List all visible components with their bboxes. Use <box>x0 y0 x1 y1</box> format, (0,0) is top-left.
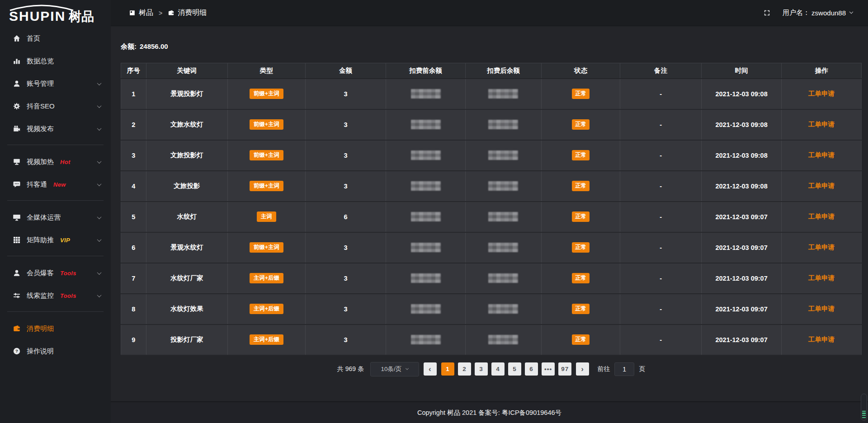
work-order-apply-link[interactable]: 工单申请 <box>808 244 835 251</box>
table-row-2: 2 文旅水纹灯 前缀+主词 3 正常 - 2021-12-03 09:08 工单… <box>121 109 862 140</box>
page-list: 123456•••97 <box>441 362 571 376</box>
balance-after-redacted <box>488 120 518 129</box>
amount: 3 <box>344 90 348 98</box>
balance-before-redacted <box>411 304 441 314</box>
floating-widget[interactable] <box>861 394 867 421</box>
sidebar-group-tools: 会员爆客 Tools 线索监控 Tools <box>0 261 111 307</box>
fullscreen-icon[interactable] <box>763 9 771 17</box>
work-order-apply-link[interactable]: 工单申请 <box>808 213 835 220</box>
balance-after-redacted <box>488 150 518 160</box>
table-row-6: 6 景观水纹灯 前缀+主词 3 正常 - 2021-12-03 09:07 工单… <box>121 232 862 263</box>
work-order-apply-link[interactable]: 工单申请 <box>808 121 835 128</box>
sidebar-item-label: 视频发布 <box>27 125 54 133</box>
balance-label: 余额: <box>121 42 137 50</box>
remark: - <box>660 90 662 98</box>
work-order-apply-link[interactable]: 工单申请 <box>808 182 835 189</box>
video-icon <box>13 125 21 133</box>
page-button-6[interactable]: 6 <box>525 362 538 376</box>
sidebar-item-help[interactable]: 操作说明 <box>0 340 111 362</box>
chevron-down-icon <box>97 215 102 219</box>
balance-before-redacted <box>411 273 441 283</box>
balance-after-redacted <box>488 304 518 314</box>
breadcrumb-current-label: 消费明细 <box>178 8 207 18</box>
amount: 3 <box>344 183 348 190</box>
sidebar-item-matrix-boost[interactable]: 矩阵助推 VIP <box>0 229 111 251</box>
page-button-2[interactable]: 2 <box>458 362 471 376</box>
remark: - <box>660 121 662 128</box>
topbar-right: 用户名： zswodun88 <box>763 9 854 17</box>
page-button-more[interactable]: ••• <box>542 362 555 376</box>
balance-after-redacted <box>488 273 518 283</box>
main-area: 树品 > 消费明细 用户名： zswodun88 余额:24856.00 <box>111 0 868 423</box>
balance-after-redacted <box>488 243 518 252</box>
goto-unit: 页 <box>639 365 645 373</box>
chevron-down-icon <box>97 103 102 108</box>
heat-icon <box>13 158 21 166</box>
table-header-row: 序号关键词类型金额扣费前余额扣费后余额状态备注时间操作 <box>121 63 862 79</box>
sidebar-item-douketong[interactable]: 抖客通 New <box>0 173 111 196</box>
sidebar-item-label: 全媒体运营 <box>27 213 61 222</box>
work-order-apply-link[interactable]: 工单申请 <box>808 90 835 97</box>
balance-before-redacted <box>411 181 441 191</box>
copyright-text: Copyright 树品 2021 备案号: 粤ICP备09019646号 <box>417 409 561 417</box>
type-badge: 前缀+主词 <box>250 119 283 130</box>
sidebar-item-home[interactable]: 首页 <box>0 27 111 50</box>
status-badge: 正常 <box>572 242 590 253</box>
chevron-down-icon <box>97 182 102 186</box>
time: 2021-12-03 09:07 <box>715 306 767 313</box>
grid-icon <box>13 236 21 244</box>
work-order-apply-link[interactable]: 工单申请 <box>808 151 835 159</box>
status-badge: 正常 <box>572 181 590 191</box>
page-button-4[interactable]: 4 <box>491 362 505 376</box>
sidebar-item-data-overview[interactable]: 数据总览 <box>0 50 111 72</box>
type-badge: 主词+后缀 <box>250 334 283 345</box>
page-button-1[interactable]: 1 <box>441 362 454 376</box>
prev-page-button[interactable]: ‹ <box>424 362 437 376</box>
column-header: 时间 <box>702 63 782 79</box>
sidebar-item-consumption-detail[interactable]: 消费明细 <box>0 317 111 340</box>
goto-page-input[interactable] <box>614 362 634 376</box>
chat-icon <box>13 180 21 188</box>
amount: 3 <box>344 336 348 343</box>
page-size-select[interactable]: 10条/页 <box>370 362 419 376</box>
table-row-3: 3 文旅投影灯 前缀+主词 3 正常 - 2021-12-03 09:08 工单… <box>121 140 862 171</box>
sidebar-item-account-manage[interactable]: 账号管理 <box>0 72 111 95</box>
sidebar-item-video-heat[interactable]: 视频加热 Hot <box>0 150 111 173</box>
content: 余额:24856.00 序号关键词类型金额扣费前余额扣费后余额状态备注时间操作 <box>111 26 868 401</box>
chevron-down-icon <box>849 9 853 13</box>
row-index: 7 <box>132 275 135 282</box>
work-order-apply-link[interactable]: 工单申请 <box>808 305 835 312</box>
keyword: 文旅水纹灯 <box>170 121 203 128</box>
table-row-7: 7 水纹灯厂家 主词+后缀 3 正常 - 2021-12-03 09:07 工单… <box>121 263 862 294</box>
row-index: 4 <box>132 183 135 190</box>
breadcrumb-home[interactable]: 树品 <box>129 8 153 18</box>
work-order-apply-link[interactable]: 工单申请 <box>808 336 835 343</box>
sidebar-item-clue-monitor[interactable]: 线索监控 Tools <box>0 284 111 307</box>
column-header: 扣费后余额 <box>465 63 542 79</box>
time: 2021-12-03 09:08 <box>715 183 767 190</box>
keyword: 投影灯厂家 <box>170 336 203 343</box>
page-button-5[interactable]: 5 <box>508 362 521 376</box>
keyword: 景观水纹灯 <box>170 244 203 251</box>
type-badge: 前缀+主词 <box>250 242 283 253</box>
sidebar-item-member-burst[interactable]: 会员爆客 Tools <box>0 262 111 284</box>
page-button-97[interactable]: 97 <box>558 362 571 376</box>
page-button-3[interactable]: 3 <box>475 362 488 376</box>
sidebar-item-douyin-seo[interactable]: 抖音SEO <box>0 95 111 118</box>
column-header: 操作 <box>782 63 862 79</box>
user-menu[interactable]: 用户名： zswodun88 <box>783 9 854 17</box>
logo-arc <box>7 2 76 11</box>
work-order-apply-link[interactable]: 工单申请 <box>808 274 835 282</box>
monitor-icon <box>13 213 21 221</box>
sidebar-item-video-publish[interactable]: 视频发布 <box>0 118 111 140</box>
sidebar-item-media-operation[interactable]: 全媒体运营 <box>0 206 111 229</box>
sidebar-item-label: 操作说明 <box>27 347 54 356</box>
sidebar: SHUPIN 树品 首页 数据总览 <box>0 0 111 423</box>
column-header: 状态 <box>542 63 620 79</box>
keyword: 水纹灯效果 <box>170 305 203 312</box>
app-window: SHUPIN 树品 首页 数据总览 <box>0 0 868 423</box>
next-page-button[interactable]: › <box>576 362 589 376</box>
type-badge: 前缀+主词 <box>250 150 283 160</box>
balance-before-redacted <box>411 89 441 99</box>
table-row-1: 1 景观投影灯 前缀+主词 3 正常 - 2021-12-03 09:08 工单… <box>121 79 862 109</box>
